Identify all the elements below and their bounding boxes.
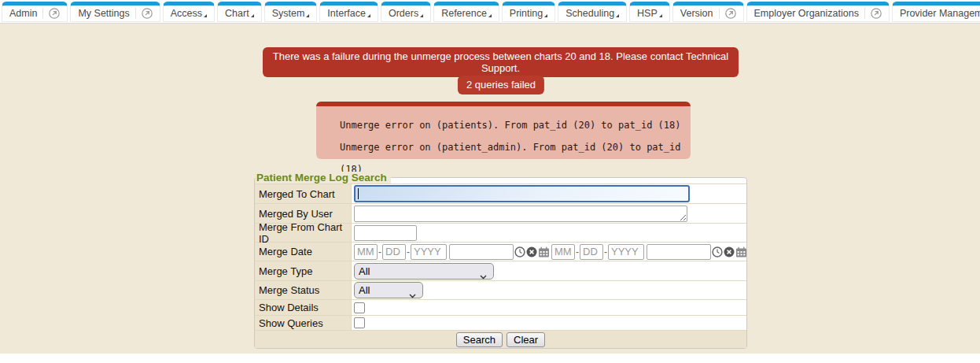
- field-label: Merge Type: [255, 265, 352, 277]
- merge-date-from-mm-input[interactable]: [354, 244, 378, 260]
- popout-icon[interactable]: [135, 8, 153, 19]
- date-separator: -: [576, 246, 579, 257]
- merged-to-chart-input[interactable]: [354, 185, 690, 202]
- clear-circle-icon[interactable]: [724, 246, 735, 257]
- dropdown-arrow-icon: [659, 14, 662, 17]
- dropdown-arrow-icon: [488, 14, 492, 17]
- tab-version[interactable]: Version: [672, 2, 744, 22]
- tab-label: System: [272, 8, 305, 19]
- calendar-icon[interactable]: [538, 246, 550, 257]
- field-label: Merged To Chart: [255, 188, 352, 200]
- form-row-merge-from-chart-id: Merge From Chart ID: [255, 223, 746, 242]
- dropdown-arrow-icon: [544, 14, 547, 17]
- tab-provider-management[interactable]: Provider Management: [892, 2, 980, 22]
- tab-label: HSP: [637, 8, 658, 19]
- error-line: Unmerge error on (patient_admin). From p…: [340, 136, 691, 180]
- dropdown-arrow-icon: [251, 14, 254, 17]
- tab-label: Employer Organizations: [754, 8, 859, 19]
- tab-label: Admin: [9, 8, 37, 19]
- text-caret: [358, 188, 359, 199]
- dropdown-arrow-icon: [306, 14, 309, 17]
- clock-icon[interactable]: [514, 246, 525, 257]
- tab-orders[interactable]: Orders: [381, 2, 431, 22]
- tab-label: Orders: [389, 8, 418, 19]
- merge-date-to-dd-input[interactable]: [580, 244, 603, 260]
- merged-by-user-textarea[interactable]: [354, 206, 687, 222]
- merge-date-from-yyyy-input[interactable]: [411, 244, 447, 260]
- tab-label: Provider Management: [900, 8, 980, 19]
- date-separator: -: [378, 246, 381, 257]
- tab-label: Printing: [510, 8, 543, 19]
- field-label: Show Queries: [255, 317, 352, 329]
- date-separator: -: [604, 246, 607, 257]
- tab-employer-organizations[interactable]: Employer Organizations: [746, 2, 890, 22]
- dropdown-arrow-icon: [204, 14, 207, 17]
- dropdown-arrow-icon: [420, 14, 423, 17]
- patient-merge-log-search-form: Merged To Chart Merged By User Merge Fro…: [254, 177, 747, 349]
- tab-scheduling[interactable]: Scheduling: [558, 2, 627, 22]
- popout-icon[interactable]: [42, 8, 60, 19]
- merge-from-chart-id-input[interactable]: [354, 225, 417, 241]
- tab-label: Access: [171, 8, 202, 19]
- tab-interface[interactable]: Interface: [319, 2, 378, 22]
- merge-date-to-mm-input[interactable]: [551, 244, 575, 260]
- calendar-icon[interactable]: [735, 246, 747, 257]
- popout-icon[interactable]: [719, 8, 736, 19]
- page-content: There was a failure during the unmerge p…: [0, 24, 980, 354]
- merge-status-select[interactable]: All: [354, 282, 423, 298]
- tab-system[interactable]: System: [264, 2, 318, 22]
- field-label: Show Details: [255, 302, 352, 313]
- tab-printing[interactable]: Printing: [502, 2, 555, 22]
- date-separator: -: [407, 246, 410, 257]
- tab-label: Chart: [225, 8, 249, 19]
- form-row-merged-by-user: Merged By User: [255, 203, 746, 223]
- form-button-row: Search Clear: [255, 330, 746, 348]
- tab-label: Scheduling: [566, 8, 614, 19]
- merge-date-to-time-input[interactable]: [647, 244, 711, 260]
- merge-date-from-time-input[interactable]: [449, 244, 514, 260]
- dropdown-arrow-icon: [367, 14, 370, 17]
- tab-admin[interactable]: Admin: [2, 2, 68, 22]
- form-row-merge-date: Merge Date - - - -: [255, 242, 746, 261]
- search-button[interactable]: Search: [456, 332, 503, 347]
- clock-icon[interactable]: [712, 246, 723, 257]
- tab-reference[interactable]: Reference: [433, 2, 499, 22]
- dropdown-arrow-icon: [616, 14, 619, 17]
- merge-date-from-dd-input[interactable]: [382, 244, 406, 260]
- popout-icon[interactable]: [864, 8, 882, 19]
- form-row-merged-to-chart: Merged To Chart: [255, 183, 746, 203]
- clear-button[interactable]: Clear: [507, 332, 545, 347]
- admin-tab-bar: Admin My Settings Access Chart System In…: [0, 0, 980, 24]
- unmerge-error-detail-box: Unmerge error on (patients). From pat_id…: [316, 102, 691, 159]
- tab-access[interactable]: Access: [163, 2, 215, 22]
- tab-label: Reference: [441, 8, 487, 19]
- clear-circle-icon[interactable]: [526, 246, 537, 257]
- tab-label: Version: [680, 8, 713, 19]
- tab-label: My Settings: [78, 8, 129, 19]
- show-details-checkbox[interactable]: [354, 302, 365, 313]
- tab-chart[interactable]: Chart: [217, 2, 262, 22]
- app-window: Admin My Settings Access Chart System In…: [0, 0, 980, 363]
- form-row-show-queries: Show Queries: [255, 315, 746, 330]
- tab-my-settings[interactable]: My Settings: [70, 2, 160, 22]
- unmerge-failure-banner: There was a failure during the unmerge p…: [263, 47, 739, 77]
- field-label: Merge From Chart ID: [255, 221, 352, 245]
- form-title: Patient Merge Log Search: [256, 172, 391, 183]
- merge-type-select[interactable]: All: [354, 263, 494, 280]
- queries-failed-badge: 2 queries failed: [458, 76, 544, 94]
- field-label: Merge Date: [255, 246, 352, 257]
- form-row-merge-type: Merge Type All: [255, 261, 746, 280]
- tab-hsp[interactable]: HSP: [629, 2, 670, 22]
- tab-label: Interface: [327, 8, 366, 19]
- show-queries-checkbox[interactable]: [354, 317, 365, 328]
- error-line: Unmerge error on (patients). From pat_id…: [340, 114, 691, 136]
- form-row-merge-status: Merge Status All: [255, 280, 746, 299]
- field-label: Merged By User: [255, 208, 352, 220]
- form-row-show-details: Show Details: [255, 299, 746, 315]
- field-label: Merge Status: [255, 284, 352, 296]
- merge-date-to-yyyy-input[interactable]: [608, 244, 644, 260]
